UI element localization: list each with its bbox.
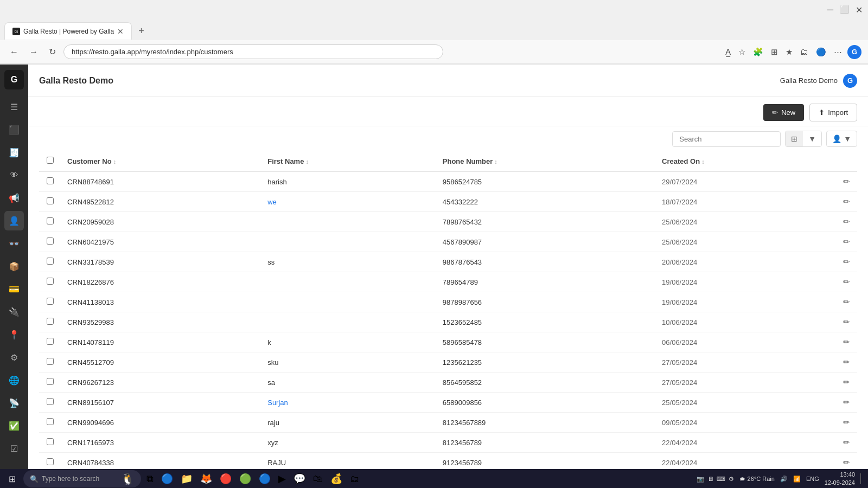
browser-user-avatar[interactable]: G bbox=[847, 45, 861, 59]
sidebar-item-settings[interactable]: ⚙ bbox=[4, 348, 24, 367]
row-checkbox[interactable] bbox=[47, 177, 54, 184]
taskbar-yt-icon[interactable]: ▶ bbox=[276, 472, 288, 486]
sidebar-item-view[interactable]: 👁 bbox=[4, 165, 24, 185]
sidebar-item-orders[interactable]: 🧾 bbox=[4, 143, 24, 162]
refresh-button[interactable]: ↻ bbox=[46, 44, 59, 59]
more-icon[interactable]: ⋯ bbox=[832, 45, 844, 59]
edit-icon[interactable]: ✏ bbox=[843, 237, 850, 246]
row-checkbox[interactable] bbox=[47, 438, 54, 445]
edit-icon[interactable]: ✏ bbox=[843, 418, 850, 427]
customer-no-cell: CRN49522812 bbox=[61, 192, 261, 212]
edit-icon[interactable]: ✏ bbox=[843, 277, 850, 286]
sidebar-item-customers[interactable]: 👤 bbox=[4, 211, 24, 230]
new-button[interactable]: ✏ New bbox=[763, 104, 804, 121]
grid-view-button[interactable]: ⊞ bbox=[786, 131, 803, 146]
taskbar-app1-icon[interactable]: 🔴 bbox=[218, 472, 234, 486]
row-checkbox[interactable] bbox=[47, 398, 54, 405]
app-title: Galla Resto Demo bbox=[39, 76, 113, 86]
sidebar-item-tasks1[interactable]: ✅ bbox=[4, 416, 24, 435]
edit-icon[interactable]: ✏ bbox=[843, 177, 850, 186]
forward-button[interactable]: → bbox=[26, 45, 41, 59]
row-checkbox[interactable] bbox=[47, 217, 54, 224]
taskbar-money-icon[interactable]: 💰 bbox=[328, 472, 344, 486]
sidebar-item-web[interactable]: 🌐 bbox=[4, 370, 24, 390]
row-checkbox[interactable] bbox=[47, 298, 54, 305]
sidebar-item-tasks2[interactable]: ☑ bbox=[4, 439, 24, 458]
search-input[interactable] bbox=[672, 131, 781, 147]
sidebar-item-billing[interactable]: 💳 bbox=[4, 279, 24, 299]
row-checkbox[interactable] bbox=[47, 458, 54, 465]
restore-btn[interactable]: ⬜ bbox=[840, 5, 849, 15]
taskbar-skype-icon[interactable]: 💬 bbox=[291, 472, 308, 486]
sidebar-item-promotions[interactable]: 📢 bbox=[4, 188, 24, 208]
edge-icon[interactable]: 🔵 bbox=[814, 45, 828, 59]
row-checkbox[interactable] bbox=[47, 197, 54, 204]
row-checkbox[interactable] bbox=[47, 258, 54, 265]
show-desktop-btn[interactable] bbox=[860, 473, 864, 484]
edit-icon[interactable]: ✏ bbox=[843, 377, 850, 387]
extensions-icon[interactable]: 🧩 bbox=[751, 45, 765, 59]
row-checkbox[interactable] bbox=[47, 418, 54, 425]
action-cell: ✏ bbox=[835, 453, 857, 470]
taskbar-chrome-icon[interactable]: 🟢 bbox=[237, 472, 253, 486]
taskbar-task-view-icon[interactable]: ⧉ bbox=[144, 472, 156, 486]
edit-icon[interactable]: ✏ bbox=[843, 297, 850, 306]
taskbar-network-icon: 📶 bbox=[793, 476, 801, 483]
column-phone-number[interactable]: Phone Number bbox=[436, 151, 655, 171]
list-view-button[interactable]: ▼ bbox=[803, 131, 821, 146]
column-customer-no[interactable]: Customer No bbox=[61, 151, 261, 171]
collections-icon[interactable]: 🗂 bbox=[798, 45, 810, 59]
row-checkbox[interactable] bbox=[47, 338, 54, 345]
taskbar-language: ENG bbox=[806, 476, 819, 482]
taskbar-explorer-icon[interactable]: 📁 bbox=[178, 472, 195, 486]
row-checkbox[interactable] bbox=[47, 237, 54, 245]
edit-icon[interactable]: ✏ bbox=[843, 217, 850, 226]
address-bar[interactable] bbox=[63, 44, 443, 59]
select-all-checkbox[interactable] bbox=[47, 157, 54, 164]
taskbar-files-icon[interactable]: 🗂 bbox=[348, 472, 362, 486]
active-tab[interactable]: G Galla Resto | Powered by Galla ✕ bbox=[4, 22, 132, 40]
app-logo[interactable]: G bbox=[4, 70, 24, 89]
start-button[interactable]: ⊞ bbox=[4, 472, 20, 486]
edit-icon[interactable]: ✏ bbox=[843, 337, 850, 346]
favorites-icon[interactable]: ★ bbox=[783, 45, 795, 59]
translate-icon[interactable]: A̲ bbox=[723, 45, 733, 59]
sidebar-item-integrations[interactable]: 🔌 bbox=[4, 302, 24, 322]
edit-icon[interactable]: ✏ bbox=[843, 317, 850, 326]
taskbar-firefox-icon[interactable]: 🦊 bbox=[198, 472, 214, 486]
user-avatar[interactable]: G bbox=[843, 74, 857, 88]
edit-icon[interactable]: ✏ bbox=[843, 197, 850, 206]
split-view-icon[interactable]: ⊞ bbox=[769, 45, 780, 59]
minimize-btn[interactable]: ─ bbox=[827, 5, 833, 15]
filter-button[interactable]: 👤 ▼ bbox=[826, 131, 857, 147]
taskbar-store-icon[interactable]: 🛍 bbox=[311, 472, 325, 486]
row-checkbox[interactable] bbox=[47, 318, 54, 325]
row-checkbox[interactable] bbox=[47, 378, 54, 385]
edit-icon[interactable]: ✏ bbox=[843, 438, 850, 447]
row-checkbox[interactable] bbox=[47, 358, 54, 365]
taskbar-edge-icon[interactable]: 🔵 bbox=[159, 472, 175, 486]
sidebar-item-locations[interactable]: 📍 bbox=[4, 325, 24, 344]
sidebar-item-reports[interactable]: 👓 bbox=[4, 234, 24, 253]
taskbar-fb-icon[interactable]: 🔵 bbox=[257, 472, 273, 486]
row-checkbox[interactable] bbox=[47, 278, 54, 285]
sidebar-item-dashboard[interactable]: ⬛ bbox=[4, 120, 24, 139]
import-button[interactable]: ⬆ Import bbox=[809, 104, 857, 121]
column-created-on[interactable]: Created On bbox=[655, 151, 835, 171]
back-button[interactable]: ← bbox=[7, 45, 22, 59]
taskbar-search-input[interactable] bbox=[42, 475, 118, 483]
edit-icon[interactable]: ✏ bbox=[843, 357, 850, 367]
action-cell: ✏ bbox=[835, 393, 857, 413]
bookmark-icon[interactable]: ☆ bbox=[736, 45, 748, 59]
taskbar-volume-icon[interactable]: 🔊 bbox=[780, 476, 788, 483]
edit-icon[interactable]: ✏ bbox=[843, 257, 850, 266]
sidebar-item-broadcast[interactable]: 📡 bbox=[4, 393, 24, 413]
edit-icon[interactable]: ✏ bbox=[843, 458, 850, 467]
new-tab-button[interactable]: + bbox=[134, 23, 149, 39]
edit-icon[interactable]: ✏ bbox=[843, 397, 850, 407]
close-btn[interactable]: ✕ bbox=[856, 5, 863, 15]
sidebar-item-inventory[interactable]: 📦 bbox=[4, 256, 24, 276]
sidebar-item-menu[interactable]: ☰ bbox=[4, 97, 24, 117]
tab-close-icon[interactable]: ✕ bbox=[117, 27, 124, 36]
column-first-name[interactable]: First Name bbox=[261, 151, 436, 171]
